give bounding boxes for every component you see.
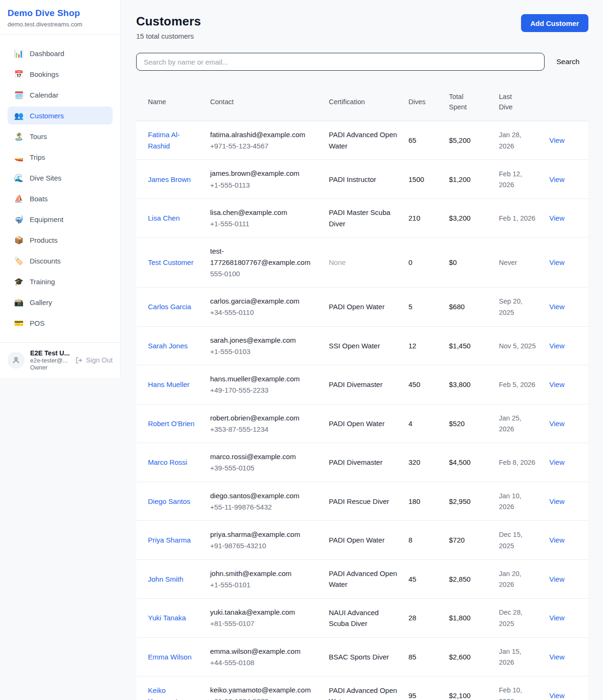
table-row: Hans Mueller hans.mueller@example.com +4… bbox=[136, 365, 588, 404]
view-link[interactable]: View bbox=[549, 380, 564, 388]
view-link[interactable]: View bbox=[549, 214, 564, 222]
view-link[interactable]: View bbox=[549, 136, 564, 144]
customer-phone: +971-55-123-4567 bbox=[210, 140, 318, 151]
sidebar-item-dive-sites[interactable]: 🌊 Dive Sites bbox=[8, 169, 113, 187]
sidebar-item-equipment[interactable]: 🤿 Equipment bbox=[8, 210, 113, 228]
sidebar-item-label: Dashboard bbox=[30, 49, 64, 58]
customer-last-dive: Feb 1, 2026 bbox=[499, 214, 535, 222]
customer-last-dive: Jan 20, 2026 bbox=[499, 570, 522, 588]
page-header-text: Customers 15 total customers bbox=[136, 14, 201, 40]
view-link[interactable]: View bbox=[549, 303, 564, 311]
sidebar-item-dashboard[interactable]: 📊 Dashboard bbox=[8, 44, 113, 62]
sidebar-item-discounts[interactable]: 🏷️ Discounts bbox=[8, 252, 113, 270]
view-link[interactable]: View bbox=[549, 420, 564, 428]
customer-total-spent: $0 bbox=[449, 258, 457, 266]
shop-title: Demo Dive Shop bbox=[8, 8, 113, 18]
products-icon: 📦 bbox=[14, 236, 24, 245]
user-email: e2e-tester@... bbox=[30, 357, 69, 364]
customer-count: 15 total customers bbox=[136, 32, 201, 40]
customer-dives: 5 bbox=[408, 303, 412, 311]
customer-last-dive: Never bbox=[499, 259, 517, 266]
customer-certification: PADI Instructor bbox=[329, 175, 376, 183]
customer-dives: 85 bbox=[408, 653, 416, 661]
customer-dives: 1500 bbox=[408, 175, 424, 183]
customer-name-link[interactable]: Priya Sharma bbox=[148, 535, 191, 545]
sidebar-item-customers[interactable]: 👥 Customers bbox=[8, 107, 113, 124]
customer-total-spent: $1,200 bbox=[449, 175, 471, 183]
customer-name-link[interactable]: James Brown bbox=[148, 174, 191, 185]
customer-name-link[interactable]: Lisa Chen bbox=[148, 213, 180, 223]
customer-phone: +49-170-555-2233 bbox=[210, 385, 318, 395]
user-icon bbox=[12, 356, 20, 364]
shop-domain: demo.test.divestreams.com bbox=[8, 21, 113, 28]
customer-certification: SSI Open Water bbox=[329, 342, 380, 350]
sidebar-item-label: Gallery bbox=[30, 298, 52, 306]
customer-phone: +44-555-0108 bbox=[210, 657, 318, 668]
customer-email: marco.rossi@example.com bbox=[210, 451, 318, 462]
sidebar-item-label: Equipment bbox=[30, 215, 64, 223]
view-link[interactable]: View bbox=[549, 536, 564, 544]
customer-email: robert.obrien@example.com bbox=[210, 412, 318, 423]
customer-name-link[interactable]: Carlos Garcia bbox=[148, 301, 191, 312]
customer-total-spent: $720 bbox=[449, 536, 464, 544]
sidebar-item-tours[interactable]: 🏝️ Tours bbox=[8, 127, 113, 145]
customer-last-dive: Jan 15, 2026 bbox=[499, 648, 522, 666]
view-link[interactable]: View bbox=[549, 653, 564, 661]
customer-dives: 45 bbox=[408, 575, 416, 583]
customer-name-link[interactable]: Marco Rossi bbox=[148, 457, 187, 468]
view-link[interactable]: View bbox=[549, 342, 564, 350]
sidebar-item-products[interactable]: 📦 Products bbox=[8, 231, 113, 249]
sidebar-item-trips[interactable]: 🚤 Trips bbox=[8, 148, 113, 166]
customer-phone: +34-555-0110 bbox=[210, 307, 318, 318]
customer-email: diego.santos@example.com bbox=[210, 490, 318, 501]
table-row: Carlos Garcia carlos.garcia@example.com … bbox=[136, 288, 588, 327]
page-title: Customers bbox=[136, 14, 201, 29]
customer-name-link[interactable]: Hans Mueller bbox=[148, 379, 189, 390]
customer-name-link[interactable]: Fatima Al-Rashid bbox=[148, 129, 195, 151]
table-row: Test Customer test-1772681807767@example… bbox=[136, 238, 588, 288]
sidebar-item-gallery[interactable]: 📸 Gallery bbox=[8, 293, 113, 311]
customer-name-link[interactable]: Test Customer bbox=[148, 257, 194, 268]
view-link[interactable]: View bbox=[549, 575, 564, 583]
customers-table: NameContactCertificationDivesTotal Spent… bbox=[136, 83, 588, 700]
view-link[interactable]: View bbox=[549, 692, 564, 700]
view-link[interactable]: View bbox=[549, 258, 564, 266]
sidebar-item-label: POS bbox=[30, 319, 45, 327]
page-header: Customers 15 total customers Add Custome… bbox=[136, 14, 588, 40]
customer-phone: +91-98765-43210 bbox=[210, 540, 318, 551]
sidebar-item-calendar[interactable]: 🗓️ Calendar bbox=[8, 86, 113, 104]
sidebar-item-training[interactable]: 🎓 Training bbox=[8, 272, 113, 290]
customer-name-link[interactable]: Emma Wilson bbox=[148, 651, 192, 662]
sidebar-item-boats[interactable]: ⛵ Boats bbox=[8, 189, 113, 207]
customer-phone: +353-87-555-1234 bbox=[210, 424, 318, 435]
view-link[interactable]: View bbox=[549, 175, 564, 183]
customer-phone: +1-555-0113 bbox=[210, 180, 318, 190]
dashboard-icon: 📊 bbox=[14, 49, 24, 58]
sidebar-item-bookings[interactable]: 📅 Bookings bbox=[8, 65, 113, 83]
customer-phone: +1-555-0111 bbox=[210, 218, 318, 229]
customer-certification: PADI Divemaster bbox=[329, 458, 383, 466]
table-row: Emma Wilson emma.wilson@example.com +44-… bbox=[136, 637, 588, 676]
customer-name-link[interactable]: John Smith bbox=[148, 574, 183, 585]
customers-table-card: NameContactCertificationDivesTotal Spent… bbox=[136, 83, 588, 700]
sidebar-item-pos[interactable]: 💳 POS bbox=[8, 314, 113, 332]
add-customer-button[interactable]: Add Customer bbox=[521, 14, 588, 32]
customer-name-link[interactable]: Keiko Yamamoto bbox=[148, 685, 195, 700]
search-button[interactable]: Search bbox=[556, 58, 579, 66]
search-input[interactable] bbox=[136, 53, 545, 71]
table-row: Keiko Yamamoto keiko.yamamoto@example.co… bbox=[136, 676, 588, 700]
customer-name-link[interactable]: Diego Santos bbox=[148, 496, 190, 507]
customer-name-link[interactable]: Yuki Tanaka bbox=[148, 612, 186, 623]
customer-name-link[interactable]: Robert O'Brien bbox=[148, 418, 195, 429]
view-link[interactable]: View bbox=[549, 497, 564, 505]
sign-out-button[interactable]: Sign Out bbox=[75, 356, 113, 364]
customer-name-link[interactable]: Sarah Jones bbox=[148, 340, 187, 351]
customer-dives: 320 bbox=[408, 458, 420, 466]
column-header: Last Dive bbox=[493, 83, 544, 121]
view-link[interactable]: View bbox=[549, 458, 564, 466]
customer-certification: PADI Advanced Open Water bbox=[329, 569, 397, 588]
customer-phone: +81-90-1234-5678 bbox=[210, 696, 318, 700]
gallery-icon: 📸 bbox=[14, 298, 24, 307]
view-link[interactable]: View bbox=[549, 614, 564, 622]
customer-email: john.smith@example.com bbox=[210, 568, 318, 579]
